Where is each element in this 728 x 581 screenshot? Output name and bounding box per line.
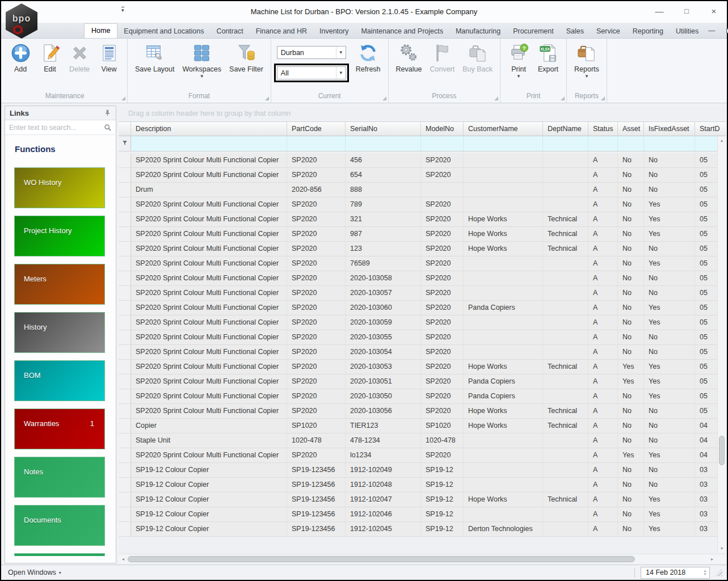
table-row[interactable]: SP2020 Sprint Colour Multi Functional Co…	[119, 197, 717, 212]
scroll-down-icon[interactable]: ▾	[718, 544, 726, 553]
refresh-button[interactable]: Refresh	[352, 41, 385, 75]
filter-cell-isfixedasset[interactable]	[644, 136, 695, 151]
chevron-down-icon[interactable]: ▼	[336, 67, 346, 79]
date-editor[interactable]: 14 Feb 2018 ▲ ▼	[641, 567, 710, 579]
resize-grip[interactable]	[715, 569, 722, 576]
table-row[interactable]: SP2020 Sprint Colour Multi Functional Co…	[119, 286, 717, 301]
table-row[interactable]: SP19-12 Colour CopierSP19-1234561912-102…	[119, 463, 717, 478]
table-row[interactable]: SP2020 Sprint Colour Multi Functional Co…	[119, 168, 717, 183]
scroll-right-icon[interactable]: ▸	[708, 557, 717, 562]
dialog-launcher-icon[interactable]	[601, 96, 605, 100]
tab-equipment-and-locations[interactable]: Equipment and Locations	[117, 24, 210, 38]
dialog-launcher-icon[interactable]	[561, 96, 565, 100]
column-header-isfixedasset[interactable]: IsFixedAsset	[644, 122, 695, 136]
function-button-meters[interactable]: Meters	[14, 264, 105, 305]
table-row[interactable]: SP2020 Sprint Colour Multi Functional Co…	[119, 389, 717, 404]
dialog-launcher-icon[interactable]	[265, 96, 269, 100]
column-header-modelno[interactable]: ModelNo	[421, 122, 464, 136]
table-row[interactable]: SP2020 Sprint Colour Multi Functional Co…	[119, 227, 717, 242]
search-icon[interactable]	[104, 124, 112, 132]
workspaces-button[interactable]: Workspaces▼	[179, 41, 226, 80]
search-input[interactable]	[9, 124, 104, 132]
filter-cell-asset[interactable]	[618, 136, 644, 151]
branch-combobox[interactable]: Durban▼	[277, 46, 346, 59]
table-row[interactable]: SP2020 Sprint Colour Multi Functional Co…	[119, 448, 717, 463]
vertical-scroll-thumb[interactable]	[719, 436, 725, 465]
table-row[interactable]: SP2020 Sprint Colour Multi Functional Co…	[119, 153, 717, 168]
tab-service[interactable]: Service	[590, 24, 626, 38]
table-row[interactable]: SP19-12 Colour CopierSP19-1234561912-102…	[119, 492, 717, 507]
filter-cell-status[interactable]	[588, 136, 618, 151]
table-row[interactable]: CopierSP1020TIER123SP1020Hope WorksTechn…	[119, 419, 717, 433]
dialog-launcher-icon[interactable]	[494, 96, 498, 100]
add-button[interactable]: Add	[6, 41, 35, 75]
table-row[interactable]: SP2020 Sprint Colour Multi Functional Co…	[119, 360, 717, 374]
column-header-serialno[interactable]: SerialNo	[346, 122, 421, 136]
table-row[interactable]: SP2020 Sprint Colour Multi Functional Co…	[119, 330, 717, 345]
function-button-notes[interactable]: Notes	[14, 457, 105, 498]
print-button[interactable]: ?Print▼	[504, 41, 533, 80]
reports-button[interactable]: Reports▼	[570, 41, 603, 80]
machine-filter-combobox[interactable]: All▼	[277, 66, 346, 79]
filter-cell-customername[interactable]	[464, 136, 543, 151]
filter-cell-description[interactable]	[131, 136, 287, 151]
mdi-minimize-icon[interactable]: —	[708, 28, 715, 33]
table-row[interactable]: SP19-12 Colour CopierSP19-1234561912-102…	[119, 478, 717, 492]
function-button-partial[interactable]	[14, 553, 105, 556]
minimize-button[interactable]: —	[654, 6, 664, 16]
tab-utilities[interactable]: Utilities	[670, 24, 705, 38]
column-header-customername[interactable]: CustomerName	[464, 122, 543, 136]
table-row[interactable]: SP2020 Sprint Colour Multi Functional Co…	[119, 374, 717, 389]
tab-manufacturing[interactable]: Manufacturing	[449, 24, 507, 38]
view-button[interactable]: View	[94, 41, 124, 75]
function-button-history[interactable]: History	[14, 312, 105, 353]
tab-maintenance-and-projects[interactable]: Maintenance and Projects	[355, 24, 449, 38]
tab-inventory[interactable]: Inventory	[313, 24, 355, 38]
tab-procurement[interactable]: Procurement	[507, 24, 560, 38]
column-header-partcode[interactable]: PartCode	[287, 122, 346, 136]
save-layout-button[interactable]: Save Layout	[131, 41, 179, 75]
table-row[interactable]: Drum2020-856888ANoNo05	[119, 183, 717, 197]
vertical-scrollbar[interactable]: ▴ ▾	[717, 136, 726, 553]
horizontal-scroll-thumb[interactable]	[128, 556, 635, 562]
filter-cell-serialno[interactable]	[346, 136, 421, 151]
horizontal-scrollbar[interactable]: ◂ ▸	[119, 554, 726, 563]
function-button-warranties[interactable]: Warranties1	[14, 409, 105, 449]
table-row[interactable]: SP2020 Sprint Colour Multi Functional Co…	[119, 212, 717, 227]
spin-down-icon[interactable]: ▼	[704, 572, 707, 576]
dialog-launcher-icon[interactable]	[382, 96, 386, 100]
tab-home[interactable]: Home	[84, 23, 117, 38]
tab-sales[interactable]: Sales	[560, 24, 590, 38]
filter-cell-modelno[interactable]	[421, 136, 464, 151]
table-row[interactable]: SP19-12 Colour CopierSP19-1234561912-102…	[119, 522, 717, 537]
table-row[interactable]: SP2020 Sprint Colour Multi Functional Co…	[119, 271, 717, 286]
tab-finance-and-hr[interactable]: Finance and HR	[250, 24, 313, 38]
table-row[interactable]: SP2020 Sprint Colour Multi Functional Co…	[119, 315, 717, 330]
revalue-button[interactable]: Revalue	[392, 41, 426, 75]
column-header-description[interactable]: Description	[131, 122, 287, 136]
save-filter-button[interactable]: Save Filter	[225, 41, 267, 75]
filter-cell-deptname[interactable]	[543, 136, 588, 151]
column-header-status[interactable]: Status	[588, 122, 618, 136]
table-row[interactable]: SP2020 Sprint Colour Multi Functional Co…	[119, 301, 717, 315]
edit-button[interactable]: Edit	[35, 41, 65, 75]
chevron-down-icon[interactable]: ▼	[336, 47, 346, 58]
filter-cell-partcode[interactable]	[287, 136, 346, 151]
scroll-left-icon[interactable]: ◂	[119, 557, 128, 562]
table-row[interactable]: Staple Unit1020-478478-12341020-478ANoNo…	[119, 433, 717, 448]
column-header-startd[interactable]: StartD	[695, 122, 726, 136]
table-row[interactable]: SP2020 Sprint Colour Multi Functional Co…	[119, 345, 717, 360]
maximize-button[interactable]: □	[681, 6, 692, 16]
function-button-project-history[interactable]: Project History	[14, 216, 105, 256]
function-button-wo-history[interactable]: WO History	[14, 167, 105, 208]
pin-icon[interactable]	[103, 109, 111, 117]
table-row[interactable]: SP19-12 Colour CopierSP19-1234561912-102…	[119, 507, 717, 522]
scroll-up-icon[interactable]: ▴	[718, 136, 726, 145]
dialog-launcher-icon[interactable]	[121, 96, 125, 100]
export-button[interactable]: XLSXExport	[533, 41, 563, 75]
close-button[interactable]: ×	[709, 6, 719, 16]
column-header-deptname[interactable]: DeptName	[543, 122, 588, 136]
column-header-asset[interactable]: Asset	[618, 122, 644, 136]
function-button-bom[interactable]: BOM	[14, 360, 105, 401]
table-row[interactable]: SP2020 Sprint Colour Multi Functional Co…	[119, 242, 717, 256]
